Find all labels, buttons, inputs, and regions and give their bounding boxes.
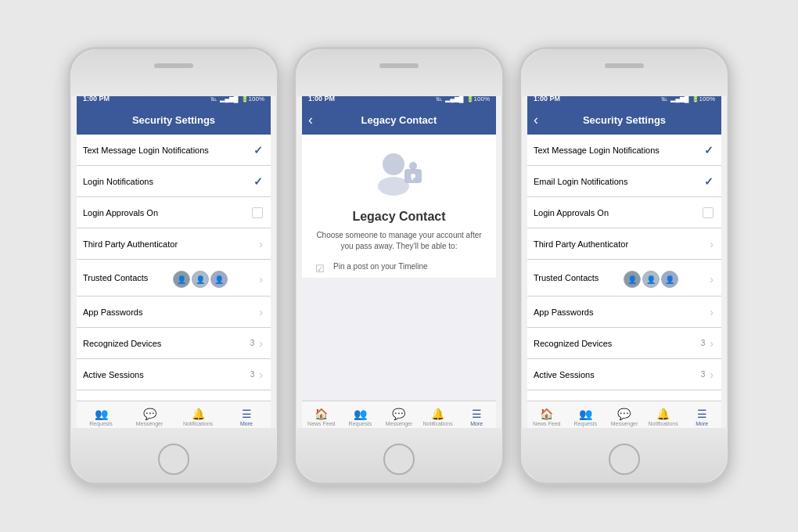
tab-item-requests[interactable]: 👥Requests (341, 401, 380, 432)
settings-item-7[interactable]: Active Sessions3› (77, 359, 271, 390)
settings-item-2[interactable]: Login Approvals On (77, 197, 271, 228)
tab-label-3: Notifications (649, 421, 678, 426)
tab-item-more[interactable]: ☰More (457, 401, 496, 432)
avatar-1: 👤 (192, 271, 209, 288)
settings-item-4[interactable]: Trusted Contacts👤👤👤› (77, 260, 271, 297)
settings-item-label-5: App Passwords (83, 307, 142, 317)
settings-item-2[interactable]: Login Approvals On (527, 197, 721, 228)
settings-item-0[interactable]: Text Message Login Notifications✓ (527, 135, 721, 166)
settings-item-0[interactable]: Text Message Login Notifications✓ (77, 135, 271, 166)
tab-icon-1: 👥 (579, 408, 592, 420)
settings-item-label-3: Third Party Authenticator (534, 239, 628, 249)
home-button[interactable] (609, 444, 640, 475)
item-badge: 3 (250, 370, 255, 379)
avatar-2: 👤 (210, 271, 228, 288)
phone-1: 1:00 PM ℡ ▂▄▆█ 🔋100% Security SettingsTe… (68, 47, 279, 485)
tab-icon-3: ☰ (242, 408, 252, 420)
battery-icon: 🔋100% (692, 95, 715, 102)
tab-item-notifications[interactable]: 🔔Notifications (644, 401, 683, 432)
tab-item-more[interactable]: ☰More (682, 401, 721, 432)
tab-icon-4: ☰ (697, 408, 707, 420)
settings-item-1[interactable]: Login Notifications✓ (77, 166, 271, 197)
back-button[interactable]: ‹ (534, 112, 538, 128)
home-button[interactable] (383, 444, 415, 475)
tab-label-1: Requests (574, 421, 598, 426)
settings-item-label-6: Recognized Devices (534, 339, 612, 348)
chevron-icon: › (710, 337, 714, 350)
tab-icon-2: 💬 (392, 408, 405, 420)
tab-item-messenger[interactable]: 💬Messenger (605, 401, 644, 432)
tab-bar: 👥Requests💬Messenger🔔Notifications☰More (77, 401, 271, 432)
settings-item-label-4: Trusted Contacts (83, 273, 148, 282)
settings-item-6[interactable]: Recognized Devices3› (527, 328, 721, 359)
status-bar: 1:00 PM ℡ ▂▄▆█ 🔋100% (77, 92, 271, 105)
screen-3: 1:00 PM ℡ ▂▄▆█ 🔋100% ‹Security SettingsT… (527, 92, 721, 432)
settings-item-1[interactable]: Email Login Notifications✓ (527, 166, 721, 197)
checkbox-icon[interactable] (703, 207, 714, 218)
avatar-1: 👤 (642, 271, 660, 288)
tab-item-news-feed[interactable]: 🏠News Feed (302, 401, 341, 432)
tab-item-requests[interactable]: 👥Requests (566, 401, 606, 432)
item-badge: 3 (250, 339, 255, 347)
badge-chevron-group: 3› (701, 337, 714, 350)
tab-item-more[interactable]: ☰More (222, 401, 271, 432)
tab-icon-1: 👥 (354, 408, 367, 420)
settings-item-8[interactable]: Legacy Contact›Choose a family member or… (527, 390, 721, 401)
tab-label-2: Messenger (386, 421, 413, 426)
tab-bar: 🏠News Feed👥Requests💬Messenger🔔Notificati… (302, 401, 496, 432)
chevron-icon: › (259, 337, 263, 350)
tab-item-requests[interactable]: 👥Requests (77, 401, 125, 432)
settings-item-label-6: Recognized Devices (83, 339, 161, 348)
settings-list: Text Message Login Notifications✓Email L… (527, 135, 721, 401)
back-button[interactable]: ‹ (308, 112, 313, 128)
signal-icon: ▂▄▆█ (445, 95, 463, 102)
home-button[interactable] (158, 444, 189, 475)
tab-item-messenger[interactable]: 💬Messenger (379, 401, 419, 432)
checkmark-icon: ✓ (704, 175, 714, 188)
nav-title: Security Settings (583, 114, 666, 126)
settings-item-5[interactable]: App Passwords› (77, 297, 271, 328)
screen-2: 1:00 PM ℡ ▂▄▆█ 🔋100% ‹Legacy Contact Leg… (302, 92, 496, 432)
tab-item-notifications[interactable]: 🔔Notifications (419, 401, 458, 432)
settings-item-3[interactable]: Third Party Authenticator› (77, 228, 271, 260)
settings-item-label-3: Third Party Authenticator (83, 239, 178, 249)
avatar-0: 👤 (173, 271, 190, 288)
nav-bar: ‹Security Settings (527, 105, 721, 135)
tab-icon-0: 🏠 (315, 408, 328, 420)
tab-item-news-feed[interactable]: 🏠News Feed (527, 401, 566, 432)
chevron-icon: › (710, 273, 714, 286)
chevron-icon: › (259, 273, 263, 286)
settings-item-5[interactable]: App Passwords› (527, 297, 721, 328)
feature-icon-0: ☑ (313, 261, 327, 275)
status-time: 1:00 PM (83, 95, 110, 102)
settings-item-label-1: Email Login Notifications (534, 177, 627, 186)
settings-item-label-7: Active Sessions (83, 370, 144, 379)
settings-item-label-0: Text Message Login Notifications (83, 146, 209, 155)
phones-container: 1:00 PM ℡ ▂▄▆█ 🔋100% Security SettingsTe… (52, 31, 746, 501)
tab-label-4: More (696, 421, 708, 426)
phone-speaker (605, 63, 644, 68)
settings-item-label-2: Login Approvals On (534, 208, 609, 217)
settings-item-6[interactable]: Recognized Devices3› (77, 328, 271, 359)
settings-item-4[interactable]: Trusted Contacts👤👤👤› (527, 260, 721, 297)
checkbox-icon[interactable] (252, 207, 263, 218)
item-badge: 3 (701, 339, 706, 347)
badge-chevron-group: 3› (701, 368, 714, 381)
checkmark-icon: ✓ (704, 144, 714, 156)
svg-point-3 (409, 162, 417, 170)
nav-bar: Security Settings (77, 105, 271, 135)
tab-label-4: More (470, 421, 483, 426)
checkmark-icon: ✓ (253, 144, 263, 156)
avatar-0: 👤 (624, 271, 641, 288)
tab-item-notifications[interactable]: 🔔Notifications (174, 401, 222, 432)
tab-item-messenger[interactable]: 💬Messenger (125, 401, 174, 432)
settings-item-7[interactable]: Active Sessions3› (527, 359, 721, 390)
settings-item-label-7: Active Sessions (534, 370, 595, 379)
settings-item-8[interactable]: Legacy Contact›Choose a family member or… (77, 390, 271, 401)
signal-icon: ▂▄▆█ (670, 95, 688, 102)
settings-item-3[interactable]: Third Party Authenticator› (527, 228, 721, 260)
phone-speaker (379, 63, 419, 68)
tab-label-1: Messenger (136, 421, 164, 426)
feature-text-0: Pin a post on your Timeline (333, 261, 428, 271)
tab-icon-0: 🏠 (540, 408, 553, 420)
